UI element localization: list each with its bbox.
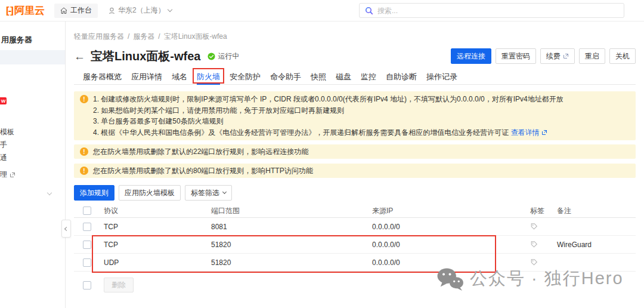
cell-source-ip: 0.0.0.0/0	[372, 223, 530, 231]
global-search[interactable]	[359, 3, 624, 18]
table-row: TCP 51820 0.0.0.0/0 WireGuard	[74, 236, 636, 254]
tag-icon	[530, 241, 538, 248]
row-checkbox[interactable]	[83, 258, 91, 267]
cell-port-range: 51820	[211, 241, 372, 249]
port22-warning-notice: ! 您在防火墙禁用或删除了默认的22端口放行规则，影响远程连接功能	[74, 144, 636, 159]
sidebar-item-label: 模板	[0, 127, 14, 137]
notice-line: 2. 如果想临时关闭某个端口，请使用禁用功能，免于开放对应端口时再新建规则	[93, 105, 564, 116]
view-details-label: 查看详情	[511, 127, 540, 138]
tab-bar: 服务器概览 应用详情 域名 防火墙 安全防护 命令助手 快照 磁盘 监控 自助诊…	[74, 69, 636, 85]
aliyun-console-page: [-] 阿里云 工作台 华东2（上海）	[0, 0, 644, 308]
tab-snapshot[interactable]: 快照	[311, 69, 326, 84]
firewall-rules-table: 协议 端口范围 来源IP 标签 备注 TCP 8081 0.0.0.0/0	[74, 204, 636, 292]
breadcrumb-item-servers[interactable]: 服务器	[133, 32, 154, 42]
cell-source-ip: 0.0.0.0/0	[372, 258, 530, 267]
tab-self-diagnosis[interactable]: 自助诊断	[386, 69, 417, 84]
breadcrumb-item-service[interactable]: 轻量应用服务器	[74, 32, 124, 42]
breadcrumb: 轻量应用服务器 / 服务器 / 宝塔Linux面板-wfea	[74, 21, 636, 41]
sidebar-title: 用服务器	[1, 35, 32, 45]
table-header: 协议 端口范围 来源IP 标签 备注	[74, 204, 636, 218]
status-label: 运行中	[218, 51, 239, 61]
add-rule-button[interactable]: 添加规则	[74, 185, 114, 201]
new-badge: W	[0, 97, 7, 104]
page-title: 宝塔Linux面板-wfea	[91, 48, 200, 64]
sidebar-collapse-handle[interactable]	[61, 220, 71, 238]
notice-text: 您在防火墙禁用或删除了默认的22端口放行规则，影响远程连接功能	[93, 147, 308, 157]
sidebar-item-assistant[interactable]: 手	[0, 140, 7, 150]
reset-password-button[interactable]: 重置密码	[496, 48, 536, 64]
column-protocol: 协议	[104, 206, 211, 216]
server-actions: 远程连接 重置密码 续费 重启 关机	[451, 48, 636, 64]
aliyun-logo-text: 阿里云	[14, 4, 45, 17]
column-remark: 备注	[557, 206, 636, 216]
apply-firewall-template-button[interactable]: 应用防火墙模板	[119, 185, 181, 201]
tab-domain[interactable]: 域名	[172, 69, 187, 84]
region-selector[interactable]: 华东2（上海）	[109, 5, 172, 16]
cell-remark: WireGuard	[557, 241, 636, 249]
aliyun-logo-icon: [-]	[6, 5, 13, 17]
cell-protocol: TCP	[104, 223, 211, 231]
tab-app-details[interactable]: 应用详情	[131, 69, 162, 84]
search-input[interactable]	[377, 7, 618, 15]
sidebar-item-manage[interactable]: 理	[0, 170, 16, 180]
external-link-icon	[10, 172, 16, 178]
tag-filter-dropdown[interactable]: 标签筛选	[185, 185, 232, 201]
home-icon	[60, 7, 67, 14]
sidebar-item-selected[interactable]	[0, 50, 65, 64]
sidebar-item-network[interactable]: 通	[0, 153, 7, 163]
notice-text: 您在防火墙禁用或删除了默认的80端口放行规则，影响HTTP访问功能	[93, 166, 313, 176]
sidebar-expand-chevron[interactable]	[48, 186, 51, 197]
external-link-icon	[541, 130, 547, 135]
cell-protocol: UDP	[104, 258, 211, 267]
batch-action-row: 删除	[74, 278, 636, 292]
chevron-left-icon	[64, 226, 68, 230]
breadcrumb-separator: /	[158, 32, 160, 41]
select-all-checkbox[interactable]	[83, 207, 91, 215]
view-details-link[interactable]: 查看详情	[511, 127, 547, 138]
location-pin-icon	[109, 7, 115, 14]
workbench-button[interactable]: 工作台	[54, 4, 98, 18]
remote-connect-button[interactable]: 远程连接	[451, 48, 491, 64]
rule-toolbar: 添加规则 应用防火墙模板 标签筛选	[74, 185, 636, 201]
delete-button[interactable]: 删除	[104, 278, 134, 292]
tab-disk[interactable]: 磁盘	[336, 69, 351, 84]
renew-button[interactable]: 续费	[540, 48, 575, 64]
tag-filter-label: 标签筛选	[191, 188, 219, 198]
batch-select-checkbox[interactable]	[83, 281, 91, 289]
aliyun-logo[interactable]: [-] 阿里云	[6, 4, 45, 17]
external-link-icon	[563, 53, 569, 59]
tab-firewall[interactable]: 防火墙	[197, 69, 220, 85]
status-badge: 运行中	[208, 51, 239, 61]
notice-line: 3. 单台服务器最多可创建50条防火墙规则	[93, 116, 564, 127]
tab-monitor[interactable]: 监控	[361, 69, 376, 84]
breadcrumb-item-current: 宝塔Linux面板-wfea	[164, 32, 227, 42]
cell-protocol: TCP	[104, 241, 211, 249]
sidebar-item-label: 手	[0, 140, 7, 150]
restart-button[interactable]: 重启	[579, 48, 605, 64]
table-row: TCP 8081 0.0.0.0/0	[74, 218, 636, 236]
tag-icon	[530, 258, 538, 266]
back-button[interactable]: ←	[74, 51, 85, 62]
tab-security[interactable]: 安全防护	[230, 69, 261, 84]
workbench-label: 工作台	[70, 5, 92, 16]
row-checkbox[interactable]	[83, 241, 91, 249]
page-header: ← 宝塔Linux面板-wfea 运行中 远程连接 重置密码 续费	[74, 48, 636, 64]
sidebar: 用服务器 W 模板 手 通 理	[0, 21, 66, 308]
cell-port-range: 8081	[211, 223, 372, 231]
tab-command-assistant[interactable]: 命令助手	[270, 69, 301, 84]
warning-icon: !	[80, 167, 88, 175]
chevron-down-icon	[222, 190, 227, 194]
tab-server-overview[interactable]: 服务器概览	[83, 69, 122, 84]
notice-line: 1. 创建或修改防火墙规则时，限制IP来源可填写单个 IP，CIDR 段或者0.…	[93, 94, 564, 105]
warning-icon: !	[80, 95, 88, 103]
firewall-info-notice: ! 1. 创建或修改防火墙规则时，限制IP来源可填写单个 IP，CIDR 段或者…	[74, 91, 636, 140]
tab-operation-log[interactable]: 操作记录	[426, 69, 457, 84]
row-checkbox[interactable]	[83, 223, 91, 231]
sidebar-item-template[interactable]: 模板	[0, 127, 14, 137]
breadcrumb-separator: /	[128, 32, 129, 41]
top-bar: [-] 阿里云 工作台 华东2（上海）	[0, 0, 644, 21]
shutdown-button[interactable]: 关机	[609, 48, 636, 64]
notice-line-text: 4. 根据《中华人民共和国电信条例》及《电信业务经营许可管理办法》，开展递归解析…	[93, 128, 509, 137]
cell-source-ip: 0.0.0.0/0	[372, 241, 530, 249]
chevron-down-icon	[167, 7, 172, 12]
